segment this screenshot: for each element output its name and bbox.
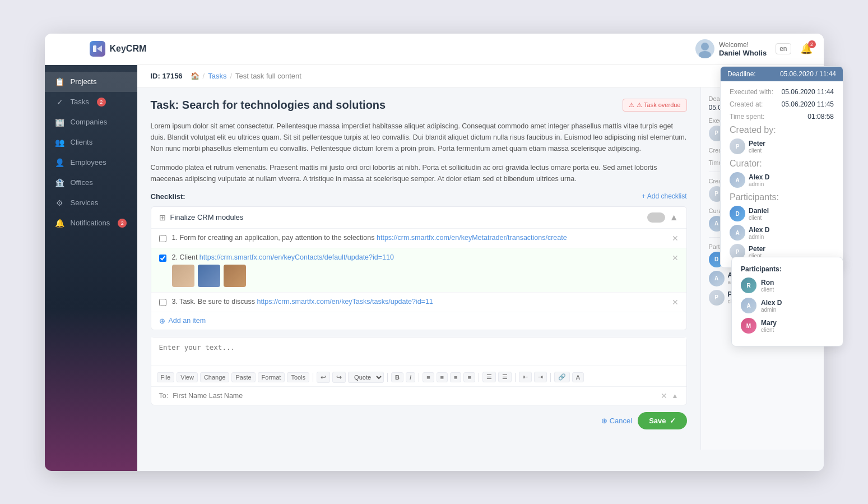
align-center-button[interactable]: ≡ [437, 372, 448, 382]
font-button[interactable]: A [572, 372, 584, 382]
italic-button[interactable]: I [406, 372, 415, 382]
format-button[interactable]: Format [258, 372, 285, 382]
checklist-item-2-link[interactable]: https://crm.smartfx.com/en/keyContacts/d… [199, 253, 394, 261]
svg-marker-1 [97, 45, 102, 52]
file-button[interactable]: File [157, 372, 175, 382]
cancel-button[interactable]: ⊕ Cancel [601, 417, 632, 425]
created-by-tooltip-info: Peter client [749, 140, 765, 154]
checklist-item-3-text: 3. Task. Be sure to discuss https://crm.… [172, 298, 433, 306]
created-at-tooltip-label: Created at: [730, 100, 763, 108]
align-left-button[interactable]: ≡ [423, 372, 434, 382]
time-spent-tooltip-label: Time spent: [730, 113, 764, 121]
add-checklist-button[interactable]: + Add checklist [642, 192, 686, 200]
tools-button[interactable]: Tools [287, 372, 309, 382]
align-justify-button[interactable]: ≡ [463, 372, 475, 382]
change-button[interactable]: Change [200, 372, 230, 382]
sidebar-item-label: Projects [71, 77, 97, 86]
deadline-tooltip: Deadline: 05.06.2020 / 11:44 Executed wi… [720, 66, 843, 268]
participant-name-mary: Mary [761, 319, 777, 327]
time-spent-tooltip-row: Time spent: 01:08:58 [730, 113, 834, 121]
paste-button[interactable]: Paste [231, 372, 255, 382]
lang-button[interactable]: en [776, 43, 791, 54]
created-by-tooltip-name: Peter [749, 140, 765, 147]
main-layout: 📋 Projects ✓ Tasks 2 🏢 Companies 👥 Clien… [45, 65, 824, 471]
bold-button[interactable]: B [391, 372, 403, 382]
sidebar-item-label: Employees [71, 158, 106, 167]
checklist-item-2-checkbox[interactable] [159, 255, 166, 262]
sidebar-item-label: Clients [71, 138, 93, 146]
user-name[interactable]: Daniel Wholis [719, 49, 767, 57]
created-at-tooltip-value: 05.06.2020 11:45 [782, 100, 834, 108]
save-button[interactable]: Save ✓ [638, 412, 686, 429]
participant-avatar-mary: M [741, 318, 756, 334]
sidebar-item-label: Companies [71, 118, 108, 126]
created-by-tooltip-label: Created by: [730, 125, 834, 135]
logo-area: KeyCRM [90, 41, 147, 57]
redo-button[interactable]: ↪ [332, 372, 346, 383]
sidebar-item-employees[interactable]: 👤 Employees [45, 152, 137, 173]
view-button[interactable]: View [177, 372, 198, 382]
sidebar-item-notifications[interactable]: 🔔 Notifications 2 [45, 213, 137, 233]
to-input[interactable] [173, 392, 656, 400]
checklist-group-left: ⊞ Finalize CRM modules [159, 213, 244, 222]
sidebar-item-offices[interactable]: 🏦 Offices [45, 173, 137, 193]
sidebar-item-projects[interactable]: 📋 Projects [45, 72, 137, 92]
sidebar-item-services[interactable]: ⚙ Services [45, 193, 137, 213]
close-to-icon[interactable]: ✕ [661, 391, 667, 400]
checklist-item-1-link[interactable]: https://crm.smartfx.com/en/keyMetatrader… [377, 234, 567, 242]
indent-left-button[interactable]: ⇤ [519, 372, 532, 382]
curator-tooltip-label: Curator: [730, 159, 834, 169]
indent-right-button[interactable]: ⇥ [534, 372, 547, 382]
clients-icon: 👥 [55, 137, 65, 147]
checklist-item-3-checkbox[interactable] [159, 299, 166, 306]
remove-item-1-button[interactable]: ✕ [672, 234, 679, 243]
participant-tooltip-role: client [749, 215, 769, 221]
add-item-button[interactable]: ⊕ Add an item [151, 312, 686, 330]
checklist-header: Checklist: + Add checklist [151, 192, 687, 201]
align-right-button[interactable]: ≡ [450, 372, 461, 382]
checklist-toggle[interactable] [647, 212, 665, 223]
list-bullet-button[interactable]: ☰ [482, 372, 496, 382]
breadcrumb-tasks-link[interactable]: Tasks [208, 72, 226, 80]
home-icon[interactable]: 🏠 [191, 72, 199, 80]
sidebar-item-label: Services [71, 198, 99, 207]
deadline-tooltip-value: 05.06.2020 / 11:44 [780, 70, 836, 78]
checklist-box: ⊞ Finalize CRM modules ▲ 1. Form for [151, 206, 687, 330]
sidebar-item-label: Tasks [71, 98, 89, 106]
curator-tooltip-name: Alex D [749, 173, 769, 181]
checklist-item-2-text: 2. Client https://crm.smartfx.com/en/key… [172, 253, 394, 261]
services-icon: ⚙ [55, 198, 65, 208]
remove-item-2-button[interactable]: ✕ [672, 253, 679, 262]
sidebar-item-clients[interactable]: 👥 Clients [45, 132, 137, 152]
svg-point-3 [699, 51, 711, 58]
executed-with-tooltip-value: 05.06.2020 11:44 [782, 88, 834, 96]
plus-cancel-icon: ⊕ [601, 417, 607, 425]
participant-item-alexd: A Alex D admin [741, 298, 834, 313]
link-button[interactable]: 🔗 [554, 372, 570, 382]
chevron-up-to-icon[interactable]: ▲ [672, 392, 679, 400]
curator-tooltip-person: A Alex D admin [730, 172, 834, 188]
remove-item-3-button[interactable]: ✕ [672, 298, 679, 307]
executed-with-tooltip-label: Executed with: [730, 88, 773, 96]
sidebar-item-tasks[interactable]: ✓ Tasks 2 [45, 92, 137, 112]
top-header: KeyCRM Welcome! Daniel Wholis en 🔔 2 [45, 34, 824, 65]
notifications-button[interactable]: 🔔 2 [800, 43, 813, 55]
comment-textarea[interactable] [151, 337, 686, 366]
quote-select[interactable]: Quote [348, 372, 384, 383]
participant-info-mary: Mary client [761, 319, 777, 333]
participant-role-ron: client [761, 286, 774, 293]
participant-tooltip-name: Daniel [749, 207, 769, 215]
participant-item-mary: M Mary client [741, 318, 834, 334]
participant-avatar-ron: R [741, 278, 756, 293]
created-by-tooltip-avatar: P [730, 138, 745, 154]
svg-point-2 [701, 43, 709, 50]
checklist-item: 1. Form for creating an application, pay… [151, 229, 686, 248]
deadline-tooltip-label: Deadline: [727, 70, 756, 78]
checklist-item-1-checkbox[interactable] [159, 235, 166, 242]
undo-button[interactable]: ↩ [317, 372, 330, 383]
logo-text: KeyCRM [110, 44, 147, 54]
checklist-item-3-link[interactable]: https://crm.smartfx.com/en/keyTasks/task… [257, 298, 433, 306]
chevron-up-icon[interactable]: ▲ [670, 212, 679, 223]
list-number-button[interactable]: ☰ [498, 372, 512, 382]
sidebar-item-companies[interactable]: 🏢 Companies [45, 112, 137, 132]
